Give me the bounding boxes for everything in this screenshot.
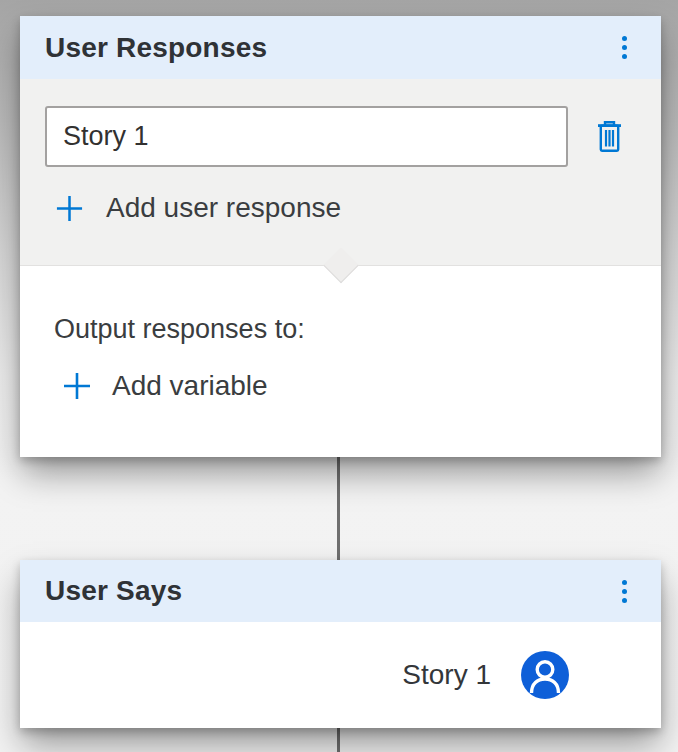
user-says-title: User Says <box>45 575 182 607</box>
add-user-response-label: Add user response <box>106 192 341 224</box>
connector-line-top <box>337 450 340 565</box>
kebab-menu-icon <box>622 36 627 41</box>
response-input-row <box>20 79 661 167</box>
add-variable-button[interactable]: Add variable <box>62 370 268 402</box>
user-says-body: Story 1 <box>20 622 661 728</box>
user-responses-phrases-section: Add user response <box>20 79 661 266</box>
user-says-header: User Says <box>20 560 661 622</box>
connector-line-bottom <box>337 724 340 752</box>
user-avatar-icon <box>521 651 569 699</box>
delete-response-button[interactable] <box>590 116 629 157</box>
add-variable-label: Add variable <box>112 370 268 402</box>
kebab-menu-icon <box>622 45 627 50</box>
kebab-menu-icon <box>622 589 627 594</box>
trash-icon <box>596 120 623 153</box>
user-says-menu-button[interactable] <box>612 574 637 609</box>
kebab-menu-icon <box>622 54 627 59</box>
plus-icon <box>55 194 84 223</box>
user-responses-title: User Responses <box>45 32 267 64</box>
plus-icon <box>62 371 92 401</box>
response-text-input[interactable] <box>45 106 568 167</box>
output-responses-label: Output responses to: <box>54 312 661 346</box>
user-responses-menu-button[interactable] <box>612 30 637 65</box>
user-message-text: Story 1 <box>402 659 491 691</box>
add-user-response-button[interactable]: Add user response <box>55 192 341 224</box>
kebab-menu-icon <box>622 580 627 585</box>
user-responses-header: User Responses <box>20 16 661 79</box>
user-says-node: User Says Story 1 <box>20 560 661 728</box>
user-responses-node: User Responses <box>20 16 661 457</box>
output-responses-section: Output responses to: Add variable <box>20 266 661 457</box>
kebab-menu-icon <box>622 598 627 603</box>
